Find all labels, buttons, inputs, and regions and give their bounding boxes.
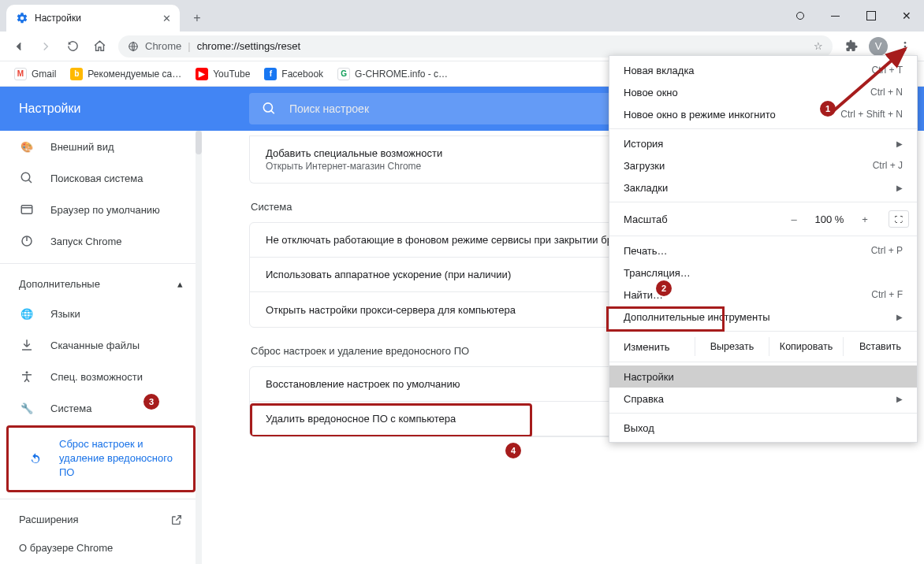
bookmark-label: Facebook <box>281 69 323 80</box>
menu-item-label: Новое окно <box>624 87 678 98</box>
menu-cast[interactable]: Трансляция… <box>609 262 917 284</box>
menu-divider <box>609 236 917 236</box>
menu-downloads[interactable]: ЗагрузкиCtrl + J <box>609 154 917 176</box>
bookmark-recommended[interactable]: bРекомендуемые са… <box>65 65 186 83</box>
settings-title: Настройки <box>0 102 202 116</box>
bookmark-star-icon[interactable]: ☆ <box>814 40 823 52</box>
row-subtitle: Открыть Интернет-магазин Chrome <box>266 161 442 172</box>
menu-history[interactable]: История▶ <box>609 132 917 154</box>
row-title: Восстановление настроек по умолчанию <box>266 378 460 390</box>
menu-help[interactable]: Справка▶ <box>609 388 917 410</box>
svg-point-4 <box>263 103 272 112</box>
menu-item-label: Новая вкладка <box>624 65 695 76</box>
annotation-box-menu-settings <box>606 306 725 332</box>
bing-icon: b <box>70 68 83 80</box>
svg-point-8 <box>26 371 28 373</box>
svg-point-5 <box>21 173 30 181</box>
annotation-arrow <box>826 39 921 118</box>
window-titlebar: Настройки ✕ + ✕ <box>0 0 924 32</box>
bookmark-label: G-CHROME.info - с… <box>355 69 448 80</box>
menu-exit[interactable]: Выход <box>609 417 917 439</box>
gear-icon <box>16 12 28 24</box>
open-external-icon <box>170 514 183 526</box>
sidebar-item-languages[interactable]: 🌐 Языки <box>0 298 189 329</box>
sidebar-advanced-toggle[interactable]: Дополнительные ▴ <box>0 270 202 298</box>
reload-button[interactable] <box>60 34 85 59</box>
bookmark-label: Gmail <box>32 69 56 80</box>
bookmark-youtube[interactable]: ▶YouTube <box>191 65 255 83</box>
menu-divider <box>609 202 917 202</box>
sidebar-scroll-thumb[interactable] <box>196 131 202 154</box>
browser-icon <box>19 202 35 217</box>
menu-edit-copy[interactable]: Копировать <box>769 337 843 356</box>
sidebar-extensions-link[interactable]: Расширения <box>0 506 202 534</box>
search-icon <box>262 101 277 117</box>
row-title: Не отключать работающие в фоновом режиме… <box>266 234 645 246</box>
maximize-button[interactable] <box>853 0 889 32</box>
sidebar-item-system[interactable]: 🔧 Система <box>0 392 189 424</box>
sidebar-item-label: Расширения <box>19 514 79 525</box>
bookmark-gchrome[interactable]: GG-CHROME.info - с… <box>333 65 453 83</box>
menu-settings[interactable]: Настройки <box>609 365 917 388</box>
power-icon <box>19 233 35 249</box>
sidebar-item-downloads[interactable]: Скачанные файлы <box>0 329 189 361</box>
sidebar-item-reset[interactable]: Сброс настроек и удаление вредоносного П… <box>9 429 193 488</box>
address-bar[interactable]: Chrome | chrome://settings/reset ☆ <box>118 35 833 58</box>
browser-tab[interactable]: Настройки ✕ <box>6 5 180 32</box>
sidebar-divider <box>0 263 202 264</box>
close-window-button[interactable]: ✕ <box>889 0 924 32</box>
accessibility-icon <box>19 369 35 384</box>
fullscreen-button[interactable]: ⛶ <box>889 210 909 228</box>
menu-zoom: Масштаб – 100 % + ⛶ <box>609 206 917 232</box>
palette-icon: 🎨 <box>19 139 35 154</box>
facebook-icon: f <box>264 68 277 80</box>
annotation-box-cleanup <box>250 403 532 437</box>
menu-item-label: Выход <box>624 422 654 434</box>
menu-print[interactable]: Печать…Ctrl + P <box>609 239 917 262</box>
back-button[interactable] <box>6 34 32 59</box>
menu-item-label: Справка <box>624 393 664 405</box>
forward-button[interactable] <box>33 34 58 59</box>
sidebar-about-link[interactable]: О браузере Chrome <box>0 534 202 562</box>
new-tab-button[interactable]: + <box>186 7 208 29</box>
menu-item-label: Закладки <box>624 182 668 194</box>
menu-bookmarks[interactable]: Закладки▶ <box>609 176 917 199</box>
tab-title: Настройки <box>35 13 81 24</box>
sidebar-item-appearance[interactable]: 🎨 Внешний вид <box>0 131 189 162</box>
site-info-icon[interactable] <box>128 41 139 52</box>
menu-shortcut: Ctrl + J <box>873 160 903 171</box>
bookmark-facebook[interactable]: fFacebook <box>259 65 328 83</box>
sidebar-item-search-engine[interactable]: Поисковая система <box>0 162 189 194</box>
sidebar-item-label: Запуск Chrome <box>50 236 122 247</box>
chevron-right-icon: ▶ <box>896 139 903 148</box>
home-button[interactable] <box>87 34 112 59</box>
settings-sidebar: 🎨 Внешний вид Поисковая система Браузер … <box>0 87 202 564</box>
svg-rect-6 <box>21 206 32 214</box>
row-title: Открыть настройки прокси-сервера для ком… <box>266 304 516 316</box>
row-title: Использовать аппаратное ускорение (при н… <box>266 269 511 280</box>
chevron-right-icon: ▶ <box>896 395 903 403</box>
sidebar-item-label: Языки <box>50 308 80 320</box>
menu-edit-cut[interactable]: Вырезать <box>695 337 769 356</box>
menu-item-label: Изменить <box>624 341 695 353</box>
close-tab-icon[interactable]: ✕ <box>161 13 172 24</box>
menu-shortcut: Ctrl + F <box>871 289 903 300</box>
account-dot-icon <box>782 0 818 32</box>
svg-line-9 <box>834 49 905 110</box>
zoom-in-button[interactable]: + <box>854 213 876 225</box>
window-controls: ✕ <box>782 0 924 32</box>
sidebar-scroll-track[interactable] <box>196 131 202 564</box>
sidebar-item-default-browser[interactable]: Браузер по умолчанию <box>0 194 189 225</box>
sidebar-item-label: Браузер по умолчанию <box>50 204 160 216</box>
zoom-out-button[interactable]: – <box>783 213 805 225</box>
sidebar-item-startup[interactable]: Запуск Chrome <box>0 225 189 257</box>
bookmark-gmail[interactable]: MGmail <box>9 65 61 83</box>
menu-item-label: Масштаб <box>624 213 778 225</box>
minimize-button[interactable] <box>818 0 853 32</box>
youtube-icon: ▶ <box>196 68 208 80</box>
menu-edit-paste[interactable]: Вставить <box>843 337 917 356</box>
chevron-right-icon: ▶ <box>896 313 903 321</box>
annotation-badge-4: 4 <box>505 443 521 458</box>
menu-edit-row: Изменить Вырезать Копировать Вставить <box>609 335 917 358</box>
sidebar-item-accessibility[interactable]: Спец. возможности <box>0 361 189 392</box>
